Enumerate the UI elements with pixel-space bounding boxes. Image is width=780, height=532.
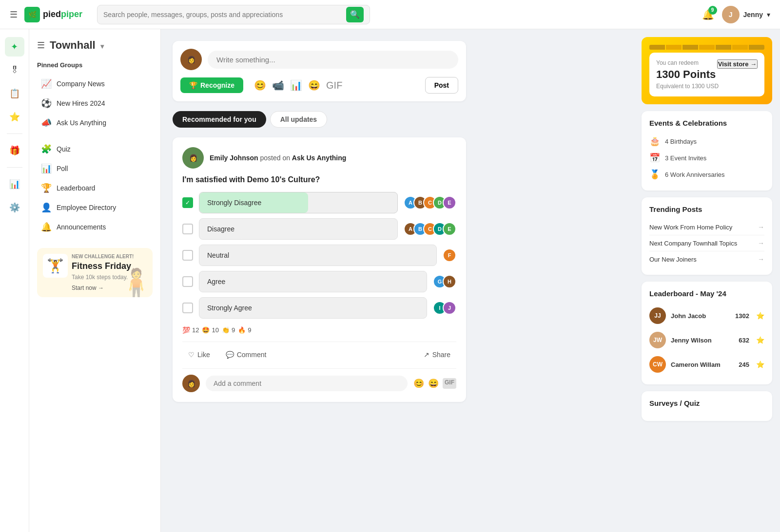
lb-name-2: Cameron Willam xyxy=(671,361,734,368)
sidebar-dropdown-icon[interactable]: ▾ xyxy=(100,42,104,50)
comment-user-avatar: 👩 xyxy=(182,375,200,392)
visit-store-button[interactable]: Visit store → xyxy=(717,59,758,69)
trending-item-2[interactable]: Our New Joiners → xyxy=(649,251,764,267)
icon-sidebar: ✦ 🎖 📋 ⭐ 🎁 📊 ⚙️ xyxy=(0,29,29,414)
nav-icon-gift[interactable]: 🎁 xyxy=(5,141,24,160)
lb-star-1: ⭐ xyxy=(756,336,764,344)
like-icon: ♡ xyxy=(188,351,195,359)
notification-button[interactable]: 🔔 9 xyxy=(702,9,714,20)
reaction-100: 💯 12 xyxy=(182,326,199,334)
poll-voters-2: F xyxy=(447,248,456,262)
challenge-badge: New Challenge Alert! xyxy=(72,254,134,259)
leaderboard-row-1: JW Jenny Wilson 632 ⭐ xyxy=(649,328,764,352)
poll-option-disagree: Disagree A B C D E xyxy=(182,218,456,240)
reaction-star: 🤩 10 xyxy=(202,326,218,334)
trending-item-1[interactable]: Next Company Townhall Topics → xyxy=(649,235,764,251)
reaction-clap: 👏 9 xyxy=(222,326,235,334)
nav-icon-board[interactable]: 📋 xyxy=(5,84,24,103)
logo-text: piedpiper xyxy=(43,9,82,19)
trending-arrow-0: → xyxy=(758,223,764,231)
event-anniversaries[interactable]: 🏅 6 Work Anniversaries xyxy=(649,166,764,183)
poll-voters-1: A B C D E xyxy=(408,222,456,236)
lb-avatar-2: CW xyxy=(649,356,666,373)
lb-star-2: ⭐ xyxy=(756,361,764,368)
poll-checkbox-3[interactable] xyxy=(182,276,193,287)
nav-icon-network[interactable]: ✦ xyxy=(5,37,24,57)
sidebar-item-new-hires[interactable]: ⚽ New Hires 2024 xyxy=(37,94,153,113)
nav-icon-recognition[interactable]: 🎖 xyxy=(5,60,24,80)
sidebar-item-employee-directory[interactable]: 👤 Employee Directory xyxy=(37,198,153,217)
search-input[interactable] xyxy=(103,11,346,19)
event-invites[interactable]: 📅 3 Event Invites xyxy=(649,150,764,166)
leaderboard-row-2: CW Cameron Willam 245 ⭐ xyxy=(649,352,764,377)
poll-voters-0: A B C D E xyxy=(408,196,456,209)
video-icon[interactable]: 📹 xyxy=(272,79,284,91)
like-button[interactable]: ♡ Like xyxy=(182,348,216,361)
user-menu-button[interactable]: J Jenny ▾ xyxy=(722,6,770,23)
tab-all-updates[interactable]: All updates xyxy=(270,111,327,128)
nav-icon-chart[interactable]: 📊 xyxy=(5,174,24,194)
ask-anything-icon: 📣 xyxy=(41,117,52,128)
gif-icon[interactable]: GIF xyxy=(326,80,342,91)
challenge-link[interactable]: Start now → xyxy=(72,285,104,291)
points-card: You can redeem 1300 Points Visit store →… xyxy=(642,37,772,104)
tab-recommended[interactable]: Recommended for you xyxy=(173,111,266,128)
post-input[interactable] xyxy=(208,51,458,69)
voter-avatar: F xyxy=(443,248,456,262)
event-invites-icon: 📅 xyxy=(649,152,660,163)
share-button[interactable]: ↗ Share xyxy=(418,348,456,361)
poll-checkbox-0[interactable]: ✓ xyxy=(182,197,193,208)
logo[interactable]: 🌿 piedpiper xyxy=(24,7,82,22)
divider xyxy=(7,133,22,134)
search-bar[interactable]: 🔍 xyxy=(97,5,370,24)
sidebar-item-quiz[interactable]: 🧩 Quiz xyxy=(37,140,153,158)
leaderboard-title: Leaderboard - May '24 xyxy=(649,289,764,298)
sidebar-item-company-news[interactable]: 📈 Company News xyxy=(37,75,153,93)
nav-icon-settings[interactable]: ⚙️ xyxy=(5,198,24,217)
leaderboard-card: Leaderboard - May '24 JJ John Jacob 1302… xyxy=(642,282,772,384)
sidebar-title: Townhall ▾ xyxy=(50,39,104,52)
trending-arrow-2: → xyxy=(758,255,764,263)
comment-emoji-icon[interactable]: 😄 xyxy=(428,378,439,389)
points-equiv: Equivalent to 1300 USD xyxy=(656,83,758,90)
nav-icon-star[interactable]: ⭐ xyxy=(5,107,24,127)
challenge-card: 🏋️ New Challenge Alert! Fitness Friday T… xyxy=(37,248,153,297)
sidebar-item-leaderboard[interactable]: 🏆 Leaderboard xyxy=(37,179,153,197)
sidebar-item-announcements[interactable]: 🔔 Announcements xyxy=(37,218,153,236)
event-birthdays[interactable]: 🎂 4 Birthdays xyxy=(649,133,764,150)
sidebar-item-ask-anything[interactable]: 📣 Ask Us Anything xyxy=(37,114,153,132)
comment-input-row: 👩 😊 😄 GIF xyxy=(182,368,456,392)
hamburger-menu[interactable]: ☰ xyxy=(10,9,18,20)
mention-icon[interactable]: 😊 xyxy=(254,79,266,91)
sidebar-item-poll[interactable]: 📊 Poll xyxy=(37,159,153,178)
comment-gif-icon[interactable]: GIF xyxy=(443,378,456,389)
lb-score-0: 1302 xyxy=(735,312,749,320)
post-author: Emily Johnson xyxy=(210,154,258,162)
post-button[interactable]: Post xyxy=(425,77,458,94)
poll-option-label-1: Disagree xyxy=(199,225,234,233)
poll-checkbox-1[interactable] xyxy=(182,224,193,234)
sidebar-item-label: Company News xyxy=(57,80,105,88)
trending-item-0[interactable]: New Work From Home Policy → xyxy=(649,219,764,235)
comment-mention-icon[interactable]: 😊 xyxy=(413,378,424,389)
lb-avatar-1: JW xyxy=(649,332,666,348)
logo-icon: 🌿 xyxy=(24,7,40,22)
comment-icon: 💬 xyxy=(226,351,234,359)
reaction-star-emoji: 🤩 xyxy=(202,326,210,334)
poll-checkbox-2[interactable] xyxy=(182,250,193,261)
emoji-icon[interactable]: 😄 xyxy=(308,79,320,91)
recognize-button[interactable]: 🏆 Recognize xyxy=(180,77,243,93)
reaction-clap-count: 9 xyxy=(232,326,235,334)
comment-button[interactable]: 💬 Comment xyxy=(220,348,273,361)
comment-input[interactable] xyxy=(206,376,408,391)
poll-checkbox-4[interactable] xyxy=(182,303,193,313)
lb-name-0: John Jacob xyxy=(671,312,730,320)
sidebar-item-label: Announcements xyxy=(57,223,106,231)
sidebar-hamburger-icon[interactable]: ☰ xyxy=(37,40,45,51)
reaction-clap-emoji: 👏 xyxy=(222,326,230,334)
left-sidebar: ☰ Townhall ▾ Pinned Groups 📈 Company New… xyxy=(29,29,161,414)
search-button[interactable]: 🔍 xyxy=(346,7,364,22)
leaderboard-row-0: JJ John Jacob 1302 ⭐ xyxy=(649,304,764,328)
notification-badge: 9 xyxy=(708,6,717,15)
chart-icon[interactable]: 📊 xyxy=(290,79,302,91)
